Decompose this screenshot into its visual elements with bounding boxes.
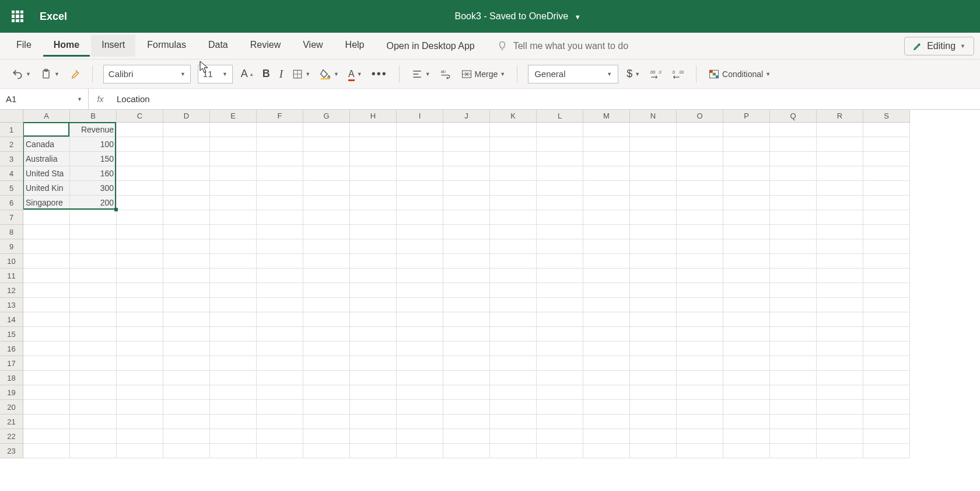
cell-Q3[interactable] xyxy=(770,152,817,166)
cell-O8[interactable] xyxy=(677,225,723,239)
cell-A5[interactable]: United Kin xyxy=(23,181,70,196)
cell-Q8[interactable] xyxy=(770,225,817,239)
cell-M19[interactable] xyxy=(583,385,630,400)
bold-button[interactable]: B xyxy=(261,65,271,82)
row-header-12[interactable]: 12 xyxy=(0,283,23,298)
cell-H14[interactable] xyxy=(350,312,397,327)
cell-R15[interactable] xyxy=(817,327,863,342)
cell-C12[interactable] xyxy=(117,283,163,298)
fill-handle[interactable] xyxy=(114,208,118,211)
column-header-J[interactable]: J xyxy=(443,110,490,123)
cell-F7[interactable] xyxy=(257,210,303,225)
cell-O16[interactable] xyxy=(677,342,723,356)
column-header-G[interactable]: G xyxy=(303,110,350,123)
cell-C11[interactable] xyxy=(117,269,163,283)
cell-M13[interactable] xyxy=(583,298,630,312)
cell-O11[interactable] xyxy=(677,269,723,283)
cell-Q7[interactable] xyxy=(770,210,817,225)
cell-M3[interactable] xyxy=(583,152,630,166)
cell-N11[interactable] xyxy=(630,269,677,283)
currency-button[interactable]: $▼ xyxy=(625,65,641,82)
column-header-I[interactable]: I xyxy=(397,110,443,123)
cell-G17[interactable] xyxy=(303,356,350,371)
cell-S23[interactable] xyxy=(863,444,910,458)
cell-H10[interactable] xyxy=(350,254,397,269)
cell-G20[interactable] xyxy=(303,400,350,415)
cell-S10[interactable] xyxy=(863,254,910,269)
cell-Q5[interactable] xyxy=(770,181,817,196)
cell-K16[interactable] xyxy=(490,342,537,356)
cell-E16[interactable] xyxy=(210,342,257,356)
cell-I9[interactable] xyxy=(397,239,443,254)
cell-C9[interactable] xyxy=(117,239,163,254)
cell-B13[interactable] xyxy=(70,298,117,312)
cell-D5[interactable] xyxy=(163,181,210,196)
cell-J9[interactable] xyxy=(443,239,490,254)
borders-button[interactable]: ▼ xyxy=(291,67,312,82)
row-header-22[interactable]: 22 xyxy=(0,429,23,444)
cell-C14[interactable] xyxy=(117,312,163,327)
cell-M16[interactable] xyxy=(583,342,630,356)
cell-L8[interactable] xyxy=(537,225,583,239)
cell-K23[interactable] xyxy=(490,444,537,458)
cell-L1[interactable] xyxy=(537,123,583,137)
cell-R8[interactable] xyxy=(817,225,863,239)
merge-button[interactable]: Merge ▼ xyxy=(460,67,507,82)
cell-R12[interactable] xyxy=(817,283,863,298)
cell-J23[interactable] xyxy=(443,444,490,458)
cell-B11[interactable] xyxy=(70,269,117,283)
cell-C15[interactable] xyxy=(117,327,163,342)
cell-D18[interactable] xyxy=(163,371,210,385)
cell-N18[interactable] xyxy=(630,371,677,385)
wrap-text-button[interactable]: ab xyxy=(439,66,453,82)
cell-D21[interactable] xyxy=(163,415,210,429)
cell-J20[interactable] xyxy=(443,400,490,415)
font-size-select[interactable]: 11 ▼ xyxy=(198,65,233,83)
cell-H23[interactable] xyxy=(350,444,397,458)
cell-B8[interactable] xyxy=(70,225,117,239)
cell-K9[interactable] xyxy=(490,239,537,254)
cell-L9[interactable] xyxy=(537,239,583,254)
cell-B17[interactable] xyxy=(70,356,117,371)
cell-G22[interactable] xyxy=(303,429,350,444)
cell-D14[interactable] xyxy=(163,312,210,327)
cell-C8[interactable] xyxy=(117,225,163,239)
cell-L13[interactable] xyxy=(537,298,583,312)
cell-I2[interactable] xyxy=(397,137,443,152)
cell-I21[interactable] xyxy=(397,415,443,429)
cell-Q16[interactable] xyxy=(770,342,817,356)
row-header-13[interactable]: 13 xyxy=(0,298,23,312)
column-header-Q[interactable]: Q xyxy=(770,110,817,123)
row-header-20[interactable]: 20 xyxy=(0,400,23,415)
font-name-select[interactable]: Calibri ▼ xyxy=(103,65,191,83)
cell-H4[interactable] xyxy=(350,166,397,181)
cell-R3[interactable] xyxy=(817,152,863,166)
cell-G18[interactable] xyxy=(303,371,350,385)
cell-K11[interactable] xyxy=(490,269,537,283)
cell-E18[interactable] xyxy=(210,371,257,385)
align-button[interactable]: ▼ xyxy=(410,67,432,82)
column-header-K[interactable]: K xyxy=(490,110,537,123)
cell-E2[interactable] xyxy=(210,137,257,152)
column-header-R[interactable]: R xyxy=(817,110,863,123)
cell-I16[interactable] xyxy=(397,342,443,356)
increase-decimal-button[interactable]: .0.00 xyxy=(670,66,685,82)
cell-N20[interactable] xyxy=(630,400,677,415)
column-header-E[interactable]: E xyxy=(210,110,257,123)
name-box[interactable]: A1 ▼ xyxy=(0,89,89,109)
cell-E7[interactable] xyxy=(210,210,257,225)
conditional-formatting-button[interactable]: Conditional ▼ xyxy=(707,67,772,82)
tab-formulas[interactable]: Formulas xyxy=(136,35,197,57)
fill-color-button[interactable]: ▼ xyxy=(318,66,340,82)
cell-E8[interactable] xyxy=(210,225,257,239)
cell-B20[interactable] xyxy=(70,400,117,415)
cell-S21[interactable] xyxy=(863,415,910,429)
cell-F17[interactable] xyxy=(257,356,303,371)
cell-D7[interactable] xyxy=(163,210,210,225)
cell-H9[interactable] xyxy=(350,239,397,254)
cell-Q15[interactable] xyxy=(770,327,817,342)
cell-Q4[interactable] xyxy=(770,166,817,181)
cell-N7[interactable] xyxy=(630,210,677,225)
cell-J2[interactable] xyxy=(443,137,490,152)
cell-F8[interactable] xyxy=(257,225,303,239)
